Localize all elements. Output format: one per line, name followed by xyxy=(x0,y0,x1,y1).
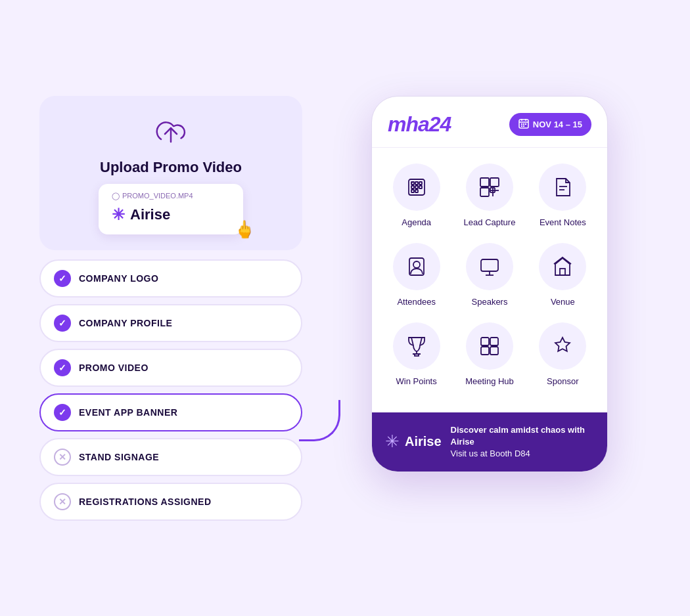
svg-rect-12 xyxy=(411,182,414,185)
event-notes-icon-wrap xyxy=(539,164,586,211)
left-panel: Upload Promo Video ◯ PROMO_VIDEO.MP4 ✳ A… xyxy=(39,96,302,521)
upload-icon xyxy=(154,116,187,151)
grid-item-sponsor[interactable]: Sponsor xyxy=(529,322,597,402)
banner-headline: Discover calm amidst chaos with Airise xyxy=(451,425,585,447)
svg-rect-33 xyxy=(481,259,498,271)
speakers-label: Speakers xyxy=(472,297,508,307)
svg-rect-43 xyxy=(490,347,498,355)
svg-rect-22 xyxy=(480,188,489,196)
grid-item-venue[interactable]: Venue xyxy=(529,243,597,322)
grid-item-event-notes[interactable]: Event Notes xyxy=(529,164,597,243)
lead-capture-label: Lead Capture xyxy=(464,217,516,227)
checklist-label: EVENT APP BANNER xyxy=(79,407,177,418)
upload-card: Upload Promo Video ◯ PROMO_VIDEO.MP4 ✳ A… xyxy=(39,96,302,250)
svg-rect-16 xyxy=(415,186,418,188)
attendees-icon xyxy=(405,255,428,278)
svg-point-32 xyxy=(413,261,420,268)
check-icon: ✓ xyxy=(54,359,71,376)
checklist-item-company-profile[interactable]: ✓ COMPANY PROFILE xyxy=(39,304,302,342)
grid-item-lead-capture[interactable]: Lead Capture xyxy=(455,164,523,243)
meeting-hub-icon-wrap xyxy=(466,322,513,370)
svg-rect-39 xyxy=(415,354,419,356)
svg-rect-13 xyxy=(415,182,418,185)
phone-mockup: mha24 xyxy=(371,96,608,473)
svg-rect-6 xyxy=(523,123,524,125)
checklist-item-registrations-assigned[interactable]: ✕ REGISTRATIONS ASSIGNED xyxy=(39,483,302,521)
check-icon: ✓ xyxy=(54,270,71,287)
lead-capture-icon xyxy=(478,176,501,198)
svg-rect-20 xyxy=(480,178,489,187)
sponsor-icon-wrap xyxy=(539,322,586,370)
venue-icon xyxy=(551,255,574,278)
check-icon: ✓ xyxy=(54,404,71,421)
agenda-icon xyxy=(405,176,428,198)
agenda-label: Agenda xyxy=(402,217,431,227)
check-icon: ✓ xyxy=(54,315,71,332)
banner-text: Discover calm amidst chaos with Airise V… xyxy=(451,424,594,460)
banner-logo: ✳ Airise xyxy=(385,431,442,452)
grid-item-attendees[interactable]: Attendees xyxy=(382,243,450,322)
checklist-label: REGISTRATIONS ASSIGNED xyxy=(79,496,212,507)
svg-rect-15 xyxy=(411,186,414,188)
win-points-label: Win Points xyxy=(396,376,437,386)
calendar-icon xyxy=(518,118,529,131)
checklist-label: COMPANY LOGO xyxy=(79,273,158,284)
svg-rect-40 xyxy=(481,338,489,345)
grid-item-meeting-hub[interactable]: Meeting Hub xyxy=(455,322,523,402)
phone-header: mha24 xyxy=(372,97,607,148)
svg-rect-14 xyxy=(419,182,422,185)
sponsor-label: Sponsor xyxy=(547,376,578,386)
meeting-hub-label: Meeting Hub xyxy=(465,376,514,386)
phone-banner: ✳ Airise Discover calm amidst chaos with… xyxy=(372,412,607,472)
speakers-icon-wrap xyxy=(466,243,513,290)
banner-snowflake-icon: ✳ xyxy=(385,431,400,452)
svg-rect-31 xyxy=(409,258,424,275)
agenda-icon-wrap xyxy=(393,164,440,211)
checklist-label: COMPANY PROFILE xyxy=(79,318,172,328)
checklist: ✓ COMPANY LOGO ✓ COMPANY PROFILE ✓ PROMO… xyxy=(39,259,302,521)
speakers-icon xyxy=(478,255,501,278)
grid-item-win-points[interactable]: Win Points xyxy=(382,322,450,402)
banner-subtext: Visit us at Booth D84 xyxy=(451,449,530,458)
x-icon: ✕ xyxy=(54,449,71,466)
app-logo: mha24 xyxy=(388,112,451,137)
lead-capture-icon-wrap xyxy=(466,164,513,211)
banner-brand-name: Airise xyxy=(405,434,442,449)
win-points-icon-wrap xyxy=(393,322,440,370)
checklist-item-promo-video[interactable]: ✓ PROMO VIDEO xyxy=(39,349,302,387)
brand-row: ✳ Airise xyxy=(112,206,230,224)
svg-rect-17 xyxy=(419,186,422,188)
upload-title: Upload Promo Video xyxy=(100,159,242,176)
svg-rect-36 xyxy=(560,269,565,275)
cursor-icon: 🖕 xyxy=(234,219,255,240)
checklist-item-stand-signage[interactable]: ✕ STAND SIGNAGE xyxy=(39,438,302,476)
svg-rect-19 xyxy=(415,190,418,192)
svg-rect-9 xyxy=(523,125,524,127)
video-file-card: ◯ PROMO_VIDEO.MP4 ✳ Airise 🖕 xyxy=(99,184,243,234)
meeting-hub-icon xyxy=(478,335,501,357)
checklist-label: STAND SIGNAGE xyxy=(79,452,159,462)
filename: ◯ PROMO_VIDEO.MP4 xyxy=(112,192,230,200)
phone-grid: Agenda xyxy=(372,148,607,412)
svg-rect-41 xyxy=(490,338,498,345)
phone-wrapper: mha24 xyxy=(329,96,651,473)
checklist-item-company-logo[interactable]: ✓ COMPANY LOGO xyxy=(39,259,302,297)
svg-rect-21 xyxy=(490,178,499,187)
venue-label: Venue xyxy=(551,297,575,307)
venue-icon-wrap xyxy=(539,243,586,290)
grid-item-agenda[interactable]: Agenda xyxy=(382,164,450,243)
attendees-label: Attendees xyxy=(397,297,436,307)
x-icon: ✕ xyxy=(54,493,71,510)
event-notes-icon xyxy=(551,176,574,198)
snowflake-icon: ✳ xyxy=(112,206,125,224)
sponsor-icon xyxy=(551,335,574,357)
svg-rect-42 xyxy=(481,347,489,355)
svg-rect-5 xyxy=(521,123,522,125)
checklist-item-event-app-banner[interactable]: ✓ EVENT APP BANNER xyxy=(39,393,302,431)
grid-item-speakers[interactable]: Speakers xyxy=(455,243,523,322)
date-text: NOV 14 – 15 xyxy=(533,120,582,129)
attendees-icon-wrap xyxy=(393,243,440,290)
checklist-label: PROMO VIDEO xyxy=(79,363,149,373)
event-notes-label: Event Notes xyxy=(540,217,586,227)
svg-rect-7 xyxy=(525,123,526,125)
